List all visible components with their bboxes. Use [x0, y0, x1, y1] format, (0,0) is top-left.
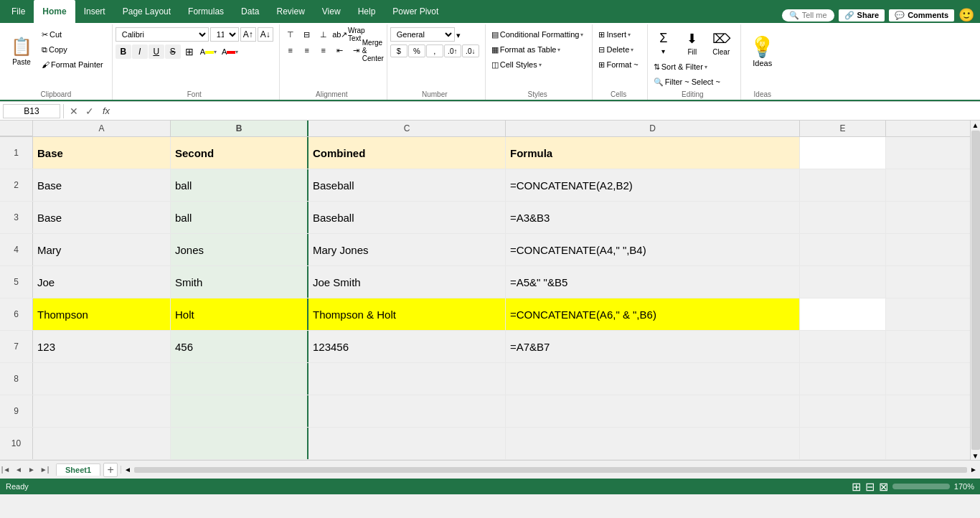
cell-b9[interactable] — [171, 395, 308, 427]
cell-c10[interactable] — [308, 428, 506, 459]
scroll-right-button[interactable]: ► — [970, 466, 977, 474]
row-header-6[interactable]: 6 — [0, 298, 33, 330]
tab-power-pivot[interactable]: Power Pivot — [384, 0, 447, 23]
sheet-tab-sheet1[interactable]: Sheet1 — [56, 463, 100, 476]
scroll-up-button[interactable]: ▲ — [971, 121, 980, 129]
fill-color-button[interactable]: A ▾ — [198, 44, 219, 59]
cell-a9[interactable] — [33, 395, 171, 427]
view-pagebreak-button[interactable]: ⊠ — [879, 480, 888, 494]
align-right-button[interactable]: ≡ — [316, 43, 331, 57]
cell-e6[interactable] — [800, 298, 886, 330]
cell-c6[interactable]: Thompson & Holt — [308, 298, 506, 330]
number-format-arrow[interactable]: ▾ — [456, 31, 461, 40]
align-top-button[interactable]: ⊤ — [283, 27, 298, 42]
percent-button[interactable]: % — [408, 44, 425, 57]
scroll-left-button[interactable]: ◄ — [124, 466, 131, 474]
cell-a5[interactable]: Joe — [33, 266, 171, 298]
cell-b4[interactable]: Jones — [171, 234, 308, 265]
row-header-1[interactable]: 1 — [0, 137, 33, 169]
cell-e10[interactable] — [800, 428, 886, 459]
tab-formulas[interactable]: Formulas — [179, 0, 232, 23]
cell-e1[interactable] — [800, 137, 886, 169]
font-size-dropdown[interactable]: 11 — [210, 27, 239, 42]
cell-a8[interactable] — [33, 363, 171, 395]
cell-b3[interactable]: ball — [171, 202, 308, 233]
col-header-a[interactable]: A — [33, 121, 171, 136]
col-header-d[interactable]: D — [506, 121, 800, 136]
number-format-dropdown[interactable]: General — [390, 27, 455, 42]
sheet-first-button[interactable]: |◄ — [0, 464, 11, 476]
tab-file[interactable]: File — [3, 0, 34, 23]
align-middle-button[interactable]: ⊟ — [299, 27, 315, 42]
align-bottom-button[interactable]: ⊥ — [316, 27, 331, 42]
ideas-button[interactable]: 💡 Ideas — [744, 27, 781, 75]
cell-d9[interactable] — [506, 395, 800, 427]
cell-d1[interactable]: Formula — [506, 137, 800, 169]
cell-b6[interactable]: Holt — [171, 298, 308, 330]
corner-cell[interactable] — [0, 121, 33, 136]
share-button[interactable]: 🔗 Share — [839, 9, 885, 22]
row-header-3[interactable]: 3 — [0, 202, 33, 233]
tab-view[interactable]: View — [314, 0, 349, 23]
comments-button[interactable]: 💬 Comments — [889, 9, 954, 22]
borders-button[interactable]: ⊞ — [182, 44, 197, 59]
sheet-prev-button[interactable]: ◄ — [13, 464, 24, 476]
cell-reference-box[interactable] — [3, 104, 60, 118]
italic-button[interactable]: I — [132, 44, 148, 59]
find-select-button[interactable]: 🔍 Filter ~ Select ~ — [651, 75, 723, 89]
tab-home[interactable]: Home — [34, 0, 75, 23]
cell-b1[interactable]: Second — [171, 137, 308, 169]
underline-button[interactable]: U — [149, 44, 164, 59]
col-header-b[interactable]: B — [171, 121, 308, 136]
horizontal-scrollbar[interactable]: ◄ ► — [121, 466, 980, 474]
format-as-table-button[interactable]: ▦ Format as Table ▾ — [489, 42, 564, 57]
col-header-c[interactable]: C — [308, 121, 506, 136]
conditional-formatting-button[interactable]: ▤ Conditional Formatting ▾ — [489, 27, 587, 42]
sheet-next-button[interactable]: ► — [26, 464, 37, 476]
cell-e3[interactable] — [800, 202, 886, 233]
paste-button[interactable]: 📋 Paste — [6, 27, 37, 75]
cell-c4[interactable]: Mary Jones — [308, 234, 506, 265]
cell-e2[interactable] — [800, 169, 886, 201]
decimal-decrease-button[interactable]: .0↓ — [462, 44, 479, 57]
tell-me-input[interactable]: 🔍 Tell me — [782, 9, 834, 22]
tab-review[interactable]: Review — [268, 0, 313, 23]
cell-c3[interactable]: Baseball — [308, 202, 506, 233]
cell-a7[interactable]: 123 — [33, 331, 171, 362]
format-button[interactable]: ⊞ Format ~ — [595, 57, 641, 72]
cell-e4[interactable] — [800, 234, 886, 265]
font-color-arrow[interactable]: ▾ — [235, 49, 238, 55]
cell-c2[interactable]: Baseball — [308, 169, 506, 201]
delete-button[interactable]: ⊟ Delete ▾ — [595, 42, 636, 57]
cell-c9[interactable] — [308, 395, 506, 427]
cell-a3[interactable]: Base — [33, 202, 171, 233]
comma-button[interactable]: , — [426, 44, 443, 57]
align-center-button[interactable]: ≡ — [299, 43, 315, 57]
cell-e9[interactable] — [800, 395, 886, 427]
format-painter-button[interactable]: 🖌 Format Painter — [39, 57, 106, 72]
formula-input[interactable] — [116, 106, 977, 116]
cell-d2[interactable]: =CONCATENATE(A2,B2) — [506, 169, 800, 201]
zoom-slider[interactable] — [892, 484, 950, 489]
cell-d7[interactable]: =A7&B7 — [506, 331, 800, 362]
tab-insert[interactable]: Insert — [75, 0, 114, 23]
cell-d5[interactable]: =A5&" "&B5 — [506, 266, 800, 298]
confirm-formula-button[interactable]: ✓ — [83, 104, 97, 118]
cell-b2[interactable]: ball — [171, 169, 308, 201]
row-header-10[interactable]: 10 — [0, 428, 33, 459]
orient-text-button[interactable]: ab↗ — [332, 27, 348, 42]
cell-a1[interactable]: Base — [33, 137, 171, 169]
fill-button[interactable]: ⬇ Fill — [679, 27, 705, 59]
view-normal-button[interactable]: ⊞ — [852, 480, 861, 494]
cell-d4[interactable]: =CONCATENATE(A4," ",B4) — [506, 234, 800, 265]
cancel-formula-button[interactable]: ✕ — [67, 104, 81, 118]
cell-a4[interactable]: Mary — [33, 234, 171, 265]
cell-a6[interactable]: Thompson — [33, 298, 171, 330]
cell-b7[interactable]: 456 — [171, 331, 308, 362]
cell-c7[interactable]: 123456 — [308, 331, 506, 362]
tab-page-layout[interactable]: Page Layout — [114, 0, 179, 23]
copy-button[interactable]: ⧉ Copy — [39, 42, 106, 57]
bold-button[interactable]: B — [116, 44, 131, 59]
cell-d6[interactable]: =CONCATENATE(A6," & ",B6) — [506, 298, 800, 330]
cell-d10[interactable] — [506, 428, 800, 459]
